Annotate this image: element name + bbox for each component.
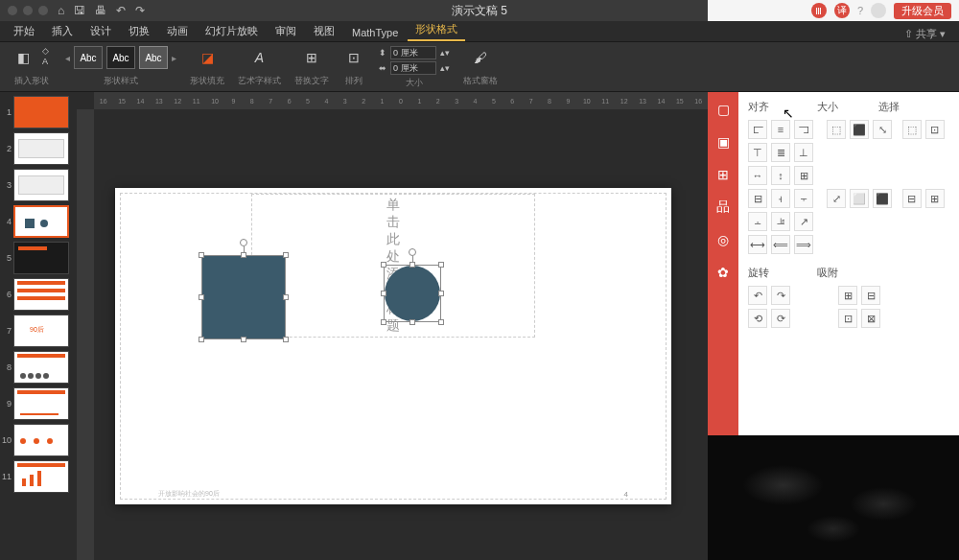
- align-btn-16[interactable]: ⟸: [771, 235, 790, 254]
- select-btn-2[interactable]: ⊟: [902, 189, 922, 208]
- upgrade-button[interactable]: 升级会员: [894, 3, 951, 19]
- undo-icon[interactable]: ↶: [116, 4, 126, 17]
- slide-canvas[interactable]: 1615141312111098765432101234567891011121…: [77, 92, 708, 560]
- resize-handle[interactable]: [283, 337, 289, 342]
- resize-handle[interactable]: [283, 294, 289, 300]
- style-preset-1[interactable]: Abc: [74, 46, 103, 69]
- save-icon[interactable]: 🖫: [74, 4, 85, 17]
- align-btn-13[interactable]: ⫡: [771, 212, 790, 231]
- rotate-btn-0[interactable]: ↶: [748, 286, 767, 305]
- tab-view[interactable]: 视图: [306, 21, 342, 41]
- select-btn-3[interactable]: ⊞: [925, 189, 945, 208]
- align-btn-15[interactable]: ⟷: [748, 235, 767, 254]
- resize-handle[interactable]: [381, 319, 386, 325]
- rectangle-shape[interactable]: [201, 255, 286, 339]
- tab-animations[interactable]: 动画: [159, 21, 196, 41]
- snap-btn-0[interactable]: ⊞: [838, 286, 857, 305]
- thumb-3[interactable]: [13, 169, 69, 201]
- tab-shape-format[interactable]: 形状格式: [408, 19, 465, 41]
- window-controls[interactable]: [8, 6, 48, 15]
- resize-handle[interactable]: [438, 319, 444, 325]
- badge-2-icon[interactable]: 译: [834, 3, 850, 18]
- align-btn-4[interactable]: ≣: [771, 143, 790, 162]
- format-pane-icon[interactable]: 🖌: [469, 46, 492, 69]
- close-icon[interactable]: [8, 6, 17, 15]
- tab-review[interactable]: 审阅: [268, 21, 304, 41]
- tab-slideshow[interactable]: 幻灯片放映: [198, 21, 266, 41]
- stepper-icon[interactable]: ▴▾: [440, 48, 450, 58]
- redo-icon[interactable]: ↷: [135, 4, 145, 17]
- snap-btn-1[interactable]: ⊟: [861, 286, 880, 305]
- rotate-handle-icon[interactable]: [409, 248, 416, 256]
- tab-transitions[interactable]: 切换: [121, 21, 157, 41]
- thumb-4[interactable]: [13, 205, 69, 238]
- style-preset-3[interactable]: Abc: [139, 46, 168, 69]
- resize-handle[interactable]: [381, 291, 386, 296]
- panel-icon-4[interactable]: 品: [713, 198, 733, 217]
- shapes-icon[interactable]: ◧: [12, 46, 35, 69]
- resize-handle[interactable]: [409, 319, 415, 325]
- align-btn-7[interactable]: ↕: [771, 166, 790, 185]
- size-btn-0[interactable]: ⬚: [827, 120, 846, 139]
- resize-handle[interactable]: [241, 252, 246, 258]
- tab-insert[interactable]: 插入: [44, 21, 81, 41]
- slide-thumbnails[interactable]: 1 2 3 4 5 6 790后 8 9 10 11: [0, 92, 77, 560]
- thumb-9[interactable]: [13, 387, 69, 420]
- size-btn-3[interactable]: ⤢: [827, 189, 846, 208]
- print-icon[interactable]: 🖶: [95, 4, 106, 17]
- align-btn-6[interactable]: ↔: [748, 166, 767, 185]
- align-btn-1[interactable]: ≡: [771, 120, 790, 139]
- height-input[interactable]: [390, 46, 436, 59]
- thumb-5[interactable]: [13, 242, 69, 274]
- panel-icon-6[interactable]: ✿: [713, 263, 733, 282]
- select-btn-1[interactable]: ⊡: [925, 120, 945, 139]
- share-button[interactable]: ⇧ 共享 ▾: [904, 27, 946, 41]
- align-btn-3[interactable]: ⊤: [748, 143, 767, 162]
- arrange-icon[interactable]: ⊡: [342, 46, 365, 69]
- panel-icon-2[interactable]: ▣: [713, 132, 733, 152]
- align-btn-14[interactable]: ↗: [794, 212, 813, 231]
- panel-icon-5[interactable]: ◎: [713, 230, 733, 249]
- style-next-icon[interactable]: ▸: [172, 53, 176, 63]
- thumb-6[interactable]: [13, 278, 69, 311]
- circle-shape[interactable]: [384, 265, 441, 322]
- text-box-icon[interactable]: A: [38, 57, 52, 66]
- fullscreen-icon[interactable]: [38, 6, 48, 15]
- rotate-btn-2[interactable]: ⟲: [748, 309, 767, 328]
- resize-handle[interactable]: [409, 262, 415, 268]
- tab-home[interactable]: 开始: [6, 21, 42, 41]
- select-btn-0[interactable]: ⬚: [902, 120, 922, 139]
- align-btn-12[interactable]: ⫠: [748, 212, 767, 231]
- style-preset-2[interactable]: Abc: [106, 46, 135, 69]
- resize-handle[interactable]: [283, 252, 289, 258]
- size-btn-1[interactable]: ⬛: [850, 120, 869, 139]
- rotate-btn-1[interactable]: ↷: [771, 286, 790, 305]
- size-btn-2[interactable]: ⤡: [873, 120, 892, 139]
- alt-text-icon[interactable]: ⊞: [300, 46, 323, 69]
- stepper-icon[interactable]: ▴▾: [440, 63, 450, 73]
- help-icon[interactable]: ?: [857, 5, 863, 16]
- align-btn-10[interactable]: ⫞: [771, 189, 790, 208]
- align-btn-17[interactable]: ⟹: [794, 235, 813, 254]
- snap-btn-3[interactable]: ⊠: [861, 309, 880, 328]
- wordart-icon[interactable]: A: [248, 46, 271, 69]
- resize-handle[interactable]: [381, 262, 386, 268]
- rotate-btn-3[interactable]: ⟳: [771, 309, 790, 328]
- edit-shape-icon[interactable]: ◇: [38, 46, 52, 56]
- shape-fill-icon[interactable]: ◪: [196, 46, 219, 69]
- panel-icon-1[interactable]: ▢: [713, 100, 733, 119]
- width-input[interactable]: [390, 61, 436, 75]
- tab-mathtype[interactable]: MathType: [344, 24, 406, 41]
- resize-handle[interactable]: [199, 337, 204, 342]
- align-btn-11[interactable]: ⫟: [794, 189, 813, 208]
- style-prev-icon[interactable]: ◂: [65, 53, 70, 63]
- resize-handle[interactable]: [438, 291, 444, 296]
- thumb-2[interactable]: [13, 132, 69, 165]
- align-btn-2[interactable]: ⫎: [794, 120, 813, 139]
- size-btn-5[interactable]: ⬛: [873, 189, 892, 208]
- thumb-11[interactable]: [13, 460, 69, 493]
- tab-design[interactable]: 设计: [82, 21, 119, 41]
- resize-handle[interactable]: [438, 262, 444, 268]
- panel-icon-3[interactable]: ⊞: [713, 165, 733, 184]
- home-icon[interactable]: ⌂: [58, 4, 64, 17]
